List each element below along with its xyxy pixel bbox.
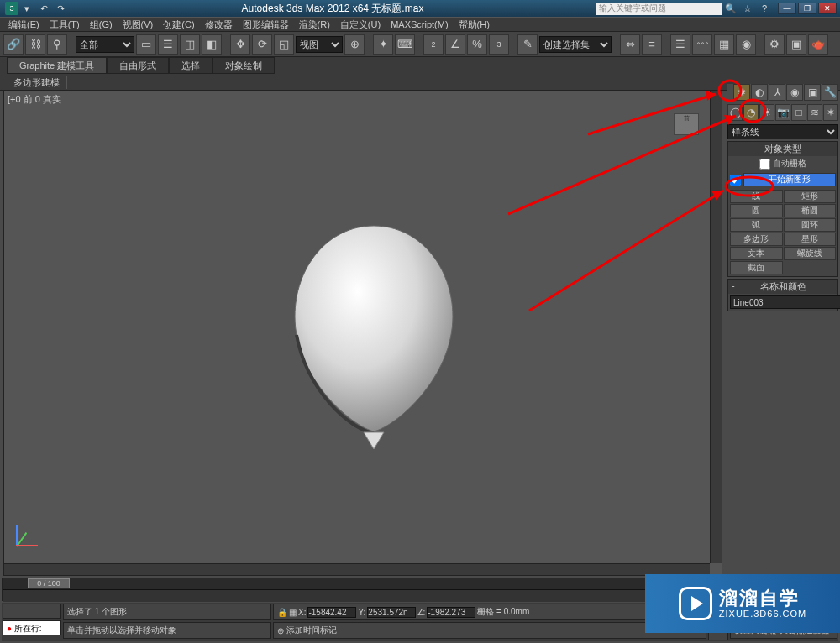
menu-create[interactable]: 创建(C) [158, 18, 199, 31]
menu-maxscript[interactable]: MAXScript(M) [386, 19, 453, 29]
btn-star[interactable]: 星形 [784, 233, 837, 246]
render-setup-icon[interactable]: ⚙ [764, 34, 785, 55]
object-name-input[interactable] [730, 295, 840, 309]
menu-group[interactable]: 组(G) [85, 18, 118, 31]
cameras-icon[interactable]: 📷 [775, 104, 790, 121]
btn-donut[interactable]: 圆环 [784, 218, 837, 232]
snap-2d-icon[interactable]: 2 [423, 34, 444, 55]
mat-ed-icon[interactable]: ◉ [736, 34, 756, 55]
utilities-tab-icon[interactable]: 🔧 [822, 84, 838, 101]
link-icon[interactable]: 🔗 [3, 34, 24, 55]
menu-render[interactable]: 渲染(R) [294, 18, 335, 31]
named-sel-dropdown[interactable]: 创建选择集 [539, 36, 612, 53]
open-icon[interactable]: ▾ [19, 2, 34, 15]
viewport-hscroll[interactable] [4, 563, 710, 575]
menu-edit[interactable]: 编辑(E) [3, 18, 45, 31]
undo-icon[interactable]: ↶ [36, 2, 51, 15]
ribbon-tab-select[interactable]: 选择 [169, 57, 213, 74]
snap-spin-icon[interactable]: 3 [489, 34, 509, 55]
menu-custom[interactable]: 自定义(U) [335, 18, 386, 31]
coord-z-input[interactable] [427, 607, 475, 618]
select-name-icon[interactable]: ☰ [158, 34, 178, 55]
viewport[interactable]: [+0 前 0 真实 前 [3, 91, 722, 576]
autogrid-checkbox[interactable] [759, 159, 770, 170]
render-icon[interactable]: 🫖 [808, 34, 828, 55]
modify-tab-icon[interactable]: ◐ [751, 84, 768, 101]
redo-icon[interactable]: ↷ [53, 2, 68, 15]
menu-modifiers[interactable]: 修改器 [200, 18, 238, 31]
ribbon-tab-paint[interactable]: 对象绘制 [213, 57, 275, 74]
start-new-shape-button[interactable]: 开始新图形 [743, 173, 836, 186]
lock-icon[interactable]: 🔒 [277, 608, 287, 617]
rollout-header[interactable]: -对象类型 [728, 142, 837, 156]
geometry-icon[interactable]: ◯ [727, 104, 743, 121]
lights-icon[interactable]: ☀ [759, 104, 774, 121]
abs-icon[interactable]: ▦ [289, 608, 297, 617]
rendered-fb-icon[interactable]: ▣ [786, 34, 806, 55]
align-icon[interactable]: ≡ [642, 34, 662, 55]
addtime-label[interactable]: 添加时间标记 [286, 625, 337, 636]
help-icon[interactable]: ? [757, 2, 772, 15]
coord-x-input[interactable] [307, 607, 356, 618]
viewport-vscroll[interactable] [710, 91, 722, 563]
minimize-button[interactable]: — [778, 3, 796, 14]
viewport-label[interactable]: [+0 前 0 真实 [8, 93, 61, 106]
bind-icon[interactable]: ⚲ [47, 34, 67, 55]
unlink-icon[interactable]: ⛓ [25, 34, 45, 55]
menu-graph[interactable]: 图形编辑器 [238, 18, 294, 31]
selection-filter-dropdown[interactable]: 全部 [76, 36, 134, 53]
rotate-icon[interactable]: ⟳ [252, 34, 272, 55]
addtime-icon[interactable]: ⊕ [277, 626, 284, 635]
layers-icon[interactable]: ☰ [670, 34, 690, 55]
display-tab-icon[interactable]: ▣ [804, 84, 821, 101]
helpers-icon[interactable]: □ [791, 104, 806, 121]
ribbon-subtab[interactable]: 多边形建模 [7, 76, 67, 89]
edit-sel-icon[interactable]: ✎ [517, 34, 538, 55]
motion-tab-icon[interactable]: ◉ [786, 84, 803, 101]
btn-ellipse[interactable]: 椭圆 [784, 204, 837, 217]
create-tab-icon[interactable]: ✹ [733, 84, 750, 101]
schem-icon[interactable]: ▦ [714, 34, 734, 55]
btn-text[interactable]: 文本 [730, 247, 783, 260]
spacewarps-icon[interactable]: ≋ [807, 104, 822, 121]
move-icon[interactable]: ✥ [230, 34, 250, 55]
btn-section[interactable]: 截面 [730, 261, 783, 274]
help-search-input[interactable] [596, 3, 722, 15]
scale-icon[interactable]: ◱ [274, 34, 294, 55]
btn-ngon[interactable]: 多边形 [730, 233, 783, 246]
hierarchy-tab-icon[interactable]: ⅄ [769, 84, 785, 101]
menu-help[interactable]: 帮助(H) [454, 18, 495, 31]
snap-pct-icon[interactable]: % [467, 34, 487, 55]
startnew-checkbox[interactable] [730, 175, 741, 186]
manip-icon[interactable]: ✦ [373, 34, 393, 55]
select-icon[interactable]: ▭ [136, 34, 156, 55]
select-region-icon[interactable]: ◫ [180, 34, 200, 55]
category-dropdown[interactable]: 样条线 [727, 124, 838, 139]
comm-icon[interactable]: ☆ [740, 2, 755, 15]
curve-ed-icon[interactable]: 〰 [692, 34, 712, 55]
binoculars-icon[interactable]: 🔍 [723, 2, 738, 15]
keymode-icon[interactable]: ⌨ [395, 34, 415, 55]
rollout-header-name[interactable]: -名称和颜色 [728, 280, 837, 294]
window-cross-icon[interactable]: ◧ [202, 34, 222, 55]
balloon-object[interactable] [290, 217, 458, 461]
viewcube-icon[interactable]: 前 [669, 110, 703, 144]
pivot-icon[interactable]: ⊕ [344, 34, 365, 55]
coord-y-input[interactable] [367, 607, 416, 618]
restore-button[interactable]: ❐ [798, 3, 816, 14]
snap-angle-icon[interactable]: ∠ [445, 34, 465, 55]
close-button[interactable]: ✕ [818, 3, 837, 14]
menu-views[interactable]: 视图(V) [118, 18, 159, 31]
btn-line[interactable]: 线 [730, 190, 783, 203]
btn-helix[interactable]: 螺旋线 [784, 247, 837, 260]
btn-circle[interactable]: 圆 [730, 204, 783, 217]
btn-arc[interactable]: 弧 [730, 218, 783, 232]
ref-coord-dropdown[interactable]: 视图 [296, 36, 343, 53]
minitrack-button[interactable] [3, 604, 61, 619]
menu-tools[interactable]: 工具(T) [45, 18, 85, 31]
ribbon-tab-freeform[interactable]: 自由形式 [107, 57, 169, 74]
mirror-icon[interactable]: ⇔ [620, 34, 640, 55]
btn-rect[interactable]: 矩形 [784, 190, 837, 203]
time-slider-knob[interactable]: 0 / 100 [28, 578, 70, 588]
ribbon-tab-graphite[interactable]: Graphite 建模工具 [7, 57, 107, 74]
